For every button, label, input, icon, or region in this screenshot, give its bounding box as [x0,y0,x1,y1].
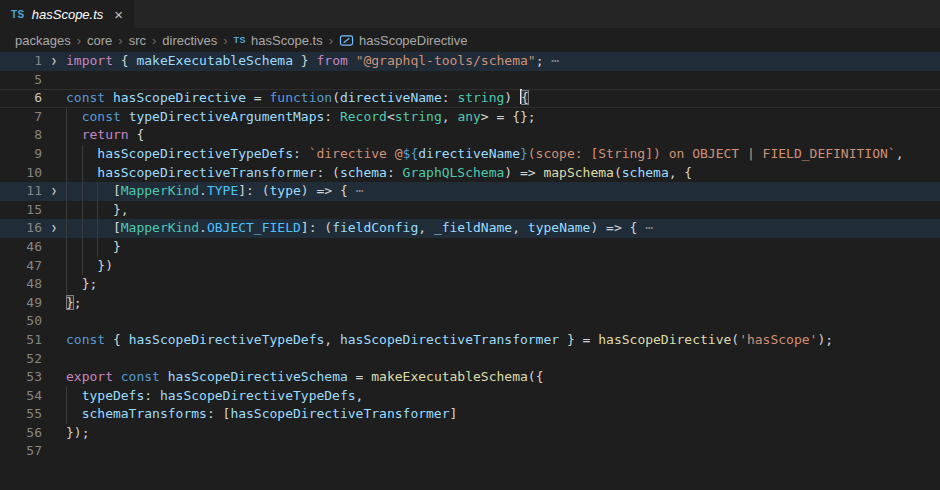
code-token [66,406,82,421]
code-line[interactable]: 56}); [0,424,940,443]
code-line[interactable]: 5 [0,71,940,90]
code-line[interactable]: 48 }; [0,275,940,294]
gutter: 53 [0,368,66,387]
line-number: 10 [0,164,42,183]
gutter: 7 [0,108,66,127]
breadcrumb-item-symbol[interactable]: hasScopeDirective [339,33,467,48]
code-token: string [395,109,442,124]
fold-spacer [42,424,66,443]
code-token: MapperKind [121,183,199,198]
code-token: ) => { [590,220,637,235]
gutter: 49 [0,294,66,313]
line-number: 50 [0,312,42,331]
code-token: } = [559,332,598,347]
code-token: fieldConfig [332,220,418,235]
fold-collapsed-icon[interactable]: ❯ [42,182,66,201]
close-icon[interactable]: × [114,7,123,22]
fold-spacer [42,442,66,461]
gutter: 10 [0,164,66,183]
code-token: . [199,220,207,235]
code-token [66,109,82,124]
code-line[interactable]: 52 [0,350,940,369]
code-line[interactable]: 47 }) [0,257,940,276]
code-line[interactable]: 53export const hasScopeDirectiveSchema =… [0,368,940,387]
code-token: OBJECT_FIELD [207,220,301,235]
code-line[interactable]: 49}; [0,294,940,313]
code-line[interactable]: 50 [0,312,940,331]
code-token: ⋯ [348,183,364,198]
code-token: = [348,369,371,384]
code-line[interactable]: 10 hasScopeDirectiveTransformer: (schema… [0,164,940,183]
code-token: Record [340,109,387,124]
code-token: string [457,90,504,105]
fold-spacer [42,164,66,183]
code-token: : [144,388,160,403]
code-token: }); [66,425,89,440]
code-token: const [82,109,121,124]
breadcrumb-item-packages[interactable]: packages [15,33,71,48]
code-token: : [387,165,403,180]
fold-spacer [42,275,66,294]
code-token: }) [66,258,113,273]
code-text: const { hasScopeDirectiveTypeDefs, hasSc… [66,331,940,350]
code-line[interactable]: 46 } [0,238,940,257]
breadcrumb-separator-icon: › [77,33,81,48]
code-text: schemaTransforms: [hasScopeDirectiveTran… [66,405,940,424]
line-number: 49 [0,294,42,313]
code-line[interactable]: 55 schemaTransforms: [hasScopeDirectiveT… [0,405,940,424]
breadcrumb-item-directives[interactable]: directives [162,33,217,48]
code-token: schema [622,165,669,180]
code-token: TYPE [207,183,238,198]
code-token: function [270,90,333,105]
code-line[interactable]: 6const hasScopeDirective = function(dire… [0,89,940,108]
code-token: const [66,332,105,347]
gutter: 6 [0,89,66,108]
breadcrumb-item-core[interactable]: core [87,33,112,48]
breadcrumb-symbol-label: hasScopeDirective [359,33,467,48]
fold-spacer [42,89,66,108]
code-line[interactable]: 57 [0,442,940,461]
fold-collapsed-icon[interactable]: ❯ [42,52,66,71]
code-token: }, [66,202,129,217]
code-line[interactable]: 51const { hasScopeDirectiveTypeDefs, has… [0,331,940,350]
code-token: : [ [207,406,230,421]
fold-spacer [42,108,66,127]
code-token: ⋯ [637,220,653,235]
code-text: typeDefs: hasScopeDirectiveTypeDefs, [66,387,940,406]
line-number: 6 [0,89,42,108]
code-editor[interactable]: 1❯import { makeExecutableSchema } from "… [0,52,940,461]
code-token: : [442,90,458,105]
code-token: ); [817,332,833,347]
code-token: > = {}; [481,109,536,124]
code-token: return [82,127,129,142]
fold-collapsed-icon[interactable]: ❯ [42,219,66,238]
code-line[interactable]: 11❯ [MapperKind.TYPE]: (type) => { ⋯ [0,182,940,201]
breadcrumb-item-src[interactable]: src [129,33,146,48]
code-line[interactable]: 7 const typeDirectiveArgumentMaps: Recor… [0,108,940,127]
code-token [66,165,97,180]
code-token: ( [332,90,340,105]
code-line[interactable]: 8 return { [0,126,940,145]
code-line[interactable]: 16❯ [MapperKind.OBJECT_FIELD]: (fieldCon… [0,219,940,238]
code-lines: 1❯import { makeExecutableSchema } from "… [0,52,940,461]
tab-hasScope[interactable]: TS hasScope.ts × [0,0,134,28]
code-token [160,369,168,384]
code-line[interactable]: 15 }, [0,201,940,220]
code-token: directiveName [340,90,442,105]
code-line[interactable]: 54 typeDefs: hasScopeDirectiveTypeDefs, [0,387,940,406]
code-line[interactable]: 1❯import { makeExecutableSchema } from "… [0,52,940,71]
breadcrumb-separator-icon: › [152,33,156,48]
code-token: any [457,109,480,124]
code-token: : ( [316,165,339,180]
line-number: 57 [0,442,42,461]
code-token: ]: ( [301,220,332,235]
code-token: from [316,53,347,68]
code-line[interactable]: 9 hasScopeDirectiveTypeDefs: `directive … [0,145,940,164]
breadcrumb-item-file[interactable]: TShasScope.ts [234,33,323,48]
code-token: ( [731,332,739,347]
line-number: 5 [0,71,42,90]
fold-spacer [42,71,66,90]
tab-title: hasScope.ts [32,7,104,22]
code-token: ] [450,406,458,421]
code-token: "@graphql-tools/schema" [356,53,536,68]
